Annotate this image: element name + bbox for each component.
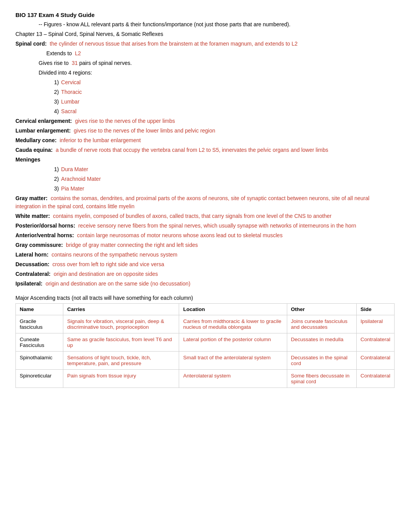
lumbar-def: gives rise to the nerves of the lower li… xyxy=(74,127,215,134)
cell-location-3: Anterolateral system xyxy=(179,370,287,388)
region-4-label: Sacral xyxy=(61,108,76,114)
region-2-label: Thoracic xyxy=(61,89,82,95)
page-title: BIO 137 Exam 4 Study Guide xyxy=(15,12,395,18)
table-row: Gracile fasciculusSignals for vibration,… xyxy=(16,315,395,333)
posterior-horns-line: Posterior/dorsal horns: receive sensory … xyxy=(15,222,395,230)
cell-side-2: Contralateral xyxy=(356,352,394,370)
cell-side-3: Contralateral xyxy=(356,370,394,388)
spinal-cord-def: the cylinder of nervous tissue that aris… xyxy=(50,41,298,47)
decussation-line: Decussation: cross over from left to rig… xyxy=(15,260,395,269)
mening-3-num: 3) xyxy=(54,185,59,192)
posterior-horns-def: receive sensory nerve fibers from the sp… xyxy=(78,223,356,229)
cauda-line: Cauda equina: a bundle of nerve roots th… xyxy=(15,146,395,154)
white-matter-line: White matter: contains myelin, composed … xyxy=(15,212,395,220)
cell-location-1: Lateral portion of the posterior column xyxy=(179,333,287,352)
medullary-line: Medullary cone: inferior to the lumbar e… xyxy=(15,136,395,144)
extends-label: Extends to xyxy=(46,50,72,56)
ipsilateral-def: origin and destination are on the same s… xyxy=(46,280,190,287)
cell-location-2: Small tract of the anterolateral system xyxy=(179,352,287,370)
ipsilateral-label: Ipsilateral: xyxy=(15,280,42,287)
gray-matter-line: Gray matter: contains the somas, dendrit… xyxy=(15,194,395,211)
gives-rise-line: Gives rise to 31 pairs of spinal nerves. xyxy=(39,59,395,67)
gray-matter-label: Gray matter: xyxy=(15,195,47,201)
lumbar-label: Lumbar enlargement: xyxy=(15,127,71,134)
lateral-horn-line: Lateral horn: contains neurons of the sy… xyxy=(15,251,395,259)
region-2: 2) Thoracic xyxy=(54,88,395,96)
lumbar-line: Lumbar enlargement: gives rise to the ne… xyxy=(15,127,395,135)
mening-2: 2) Arachnoid Mater xyxy=(54,175,395,183)
table-intro: Major Ascending tracts (not all tracts w… xyxy=(15,295,395,301)
region-3-num: 3) xyxy=(54,99,59,105)
gray-matter-def: contains the somas, dendrites, and proxi… xyxy=(15,195,369,209)
regions-list: 1) Cervical 2) Thoracic 3) Lumbar 4) Sac… xyxy=(15,78,395,116)
cell-name-2: Spinothalamic xyxy=(16,352,63,370)
medullary-def: inferior to the lumbar enlargement xyxy=(59,137,141,143)
col-header-side: Side xyxy=(356,304,394,315)
mening-1-num: 1) xyxy=(54,166,59,172)
cervical-def: gives rise to the nerves of the upper li… xyxy=(75,118,175,124)
spinal-cord-line: Spinal cord: the cylinder of nervous tis… xyxy=(15,40,395,48)
extends-line: Extends to L2 xyxy=(46,49,395,58)
subtitle-line: -- Figures - know ALL relevant parts & t… xyxy=(39,20,395,29)
cell-other-2: Decussates in the spinal cord xyxy=(287,352,356,370)
region-2-num: 2) xyxy=(54,89,59,95)
region-1-label: Cervical xyxy=(61,79,81,85)
divided-line: Divided into 4 regions: xyxy=(39,69,395,77)
meninges-label: Meninges xyxy=(15,156,395,164)
col-header-name: Name xyxy=(16,304,63,315)
cell-side-1: Contralateral xyxy=(356,333,394,352)
cell-name-3: Spinoreticular xyxy=(16,370,63,388)
ascending-tracts-table: Name Carries Location Other Side Gracile… xyxy=(15,303,395,388)
gray-comm-def: bridge of gray matter connecting the rig… xyxy=(66,242,198,248)
region-4: 4) Sacral xyxy=(54,107,395,116)
gray-comm-label: Gray commissure: xyxy=(15,242,63,248)
col-header-location: Location xyxy=(179,304,287,315)
cell-location-0: Carries from midthoracic & lower to grac… xyxy=(179,315,287,333)
meninges-list: 1) Dura Mater 2) Arachnoid Mater 3) Pia … xyxy=(15,165,395,193)
mening-2-label: Arachnoid Mater xyxy=(61,176,101,182)
table-row: SpinoreticularPain signals from tissue i… xyxy=(16,370,395,388)
ipsilateral-line: Ipsilateral: origin and destination are … xyxy=(15,280,395,288)
contralateral-label: Contralateral: xyxy=(15,271,51,277)
region-1-num: 1) xyxy=(54,79,59,85)
mening-1: 1) Dura Mater xyxy=(54,165,395,173)
anterior-horns-def: contain large neurosomas of motor neuron… xyxy=(77,232,283,238)
table-container: Major Ascending tracts (not all tracts w… xyxy=(15,295,395,388)
cervical-line: Cervical enlargement: gives rise to the … xyxy=(15,117,395,125)
lateral-horn-def: contains neurons of the sympathetic nerv… xyxy=(51,252,177,258)
table-row: SpinothalamicSensations of light touch, … xyxy=(16,352,395,370)
mening-3-label: Pia Mater xyxy=(61,185,84,192)
cell-name-0: Gracile fasciculus xyxy=(16,315,63,333)
cell-other-1: Decussates in medulla xyxy=(287,333,356,352)
region-3: 3) Lumbar xyxy=(54,98,395,106)
col-header-carries: Carries xyxy=(63,304,179,315)
medullary-label: Medullary cone: xyxy=(15,137,57,143)
spinal-cord-label: Spinal cord: xyxy=(15,41,47,47)
cauda-def: a bundle of nerve roots that occupy the … xyxy=(56,147,328,153)
cell-carries-2: Sensations of light touch, tickle, itch,… xyxy=(63,352,179,370)
contralateral-def: origin and destination are on opposite s… xyxy=(54,271,158,277)
contralateral-line: Contralateral: origin and destination ar… xyxy=(15,270,395,278)
cauda-label: Cauda equina: xyxy=(15,147,53,153)
anterior-horns-line: Anterior/ventral horns: contain large ne… xyxy=(15,231,395,240)
decussation-label: Decussation: xyxy=(15,261,49,267)
cell-name-1: Cuneate Fasciculus xyxy=(16,333,63,352)
region-3-label: Lumbar xyxy=(61,99,79,105)
gray-comm-line: Gray commissure: bridge of gray matter c… xyxy=(15,241,395,249)
cell-carries-3: Pain signals from tissue injury xyxy=(63,370,179,388)
table-row: Cuneate FasciculusSame as gracile fascic… xyxy=(16,333,395,352)
white-matter-def: contains myelin, composed of bundles of … xyxy=(53,213,331,219)
white-matter-label: White matter: xyxy=(15,213,50,219)
lateral-horn-label: Lateral horn: xyxy=(15,252,49,258)
cell-carries-0: Signals for vibration, visceral pain, de… xyxy=(63,315,179,333)
region-4-num: 4) xyxy=(54,108,59,114)
gives-rise-val: 31 xyxy=(72,60,78,66)
decussation-def: cross over from left to right side and v… xyxy=(53,261,164,267)
mening-1-label: Dura Mater xyxy=(61,166,88,172)
mening-3: 3) Pia Mater xyxy=(54,185,395,193)
posterior-horns-label: Posterior/dorsal horns: xyxy=(15,223,75,229)
cell-other-3: Some fibers decussate in spinal cord xyxy=(287,370,356,388)
cell-other-0: Joins cuneate fasciculus and decussates xyxy=(287,315,356,333)
extends-val: L2 xyxy=(75,50,81,56)
region-1: 1) Cervical xyxy=(54,78,395,87)
